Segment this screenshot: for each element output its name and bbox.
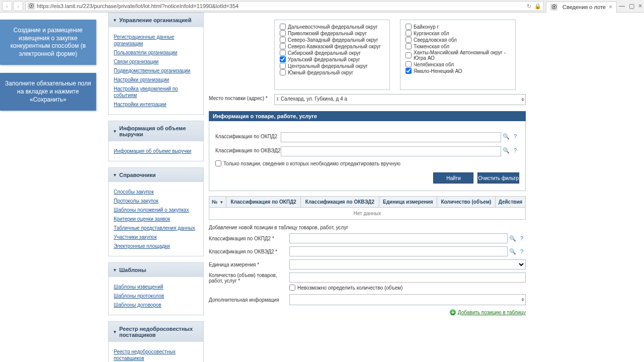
region-checkbox[interactable]: [280, 30, 286, 36]
help-icon[interactable]: ?: [511, 146, 519, 154]
sidebar-header[interactable]: Справочники: [109, 168, 203, 182]
search-icon[interactable]: 🔍: [502, 146, 510, 154]
qty-input[interactable]: [289, 273, 526, 283]
region-label: Дальневосточный федеральный округ: [288, 24, 378, 30]
plus-icon: +: [450, 309, 456, 315]
region-checkbox[interactable]: [406, 52, 412, 58]
unit-select[interactable]: [289, 259, 526, 269]
sidebar-link[interactable]: Способы закупок: [114, 189, 198, 195]
forward-button[interactable]: ›: [13, 1, 23, 11]
region-label: Северо-Кавказский федеральный округ: [288, 44, 381, 49]
reload-icon[interactable]: ↻: [527, 3, 531, 10]
sidebar-link[interactable]: Пользователи организации: [114, 49, 198, 56]
okpd2-input[interactable]: [281, 132, 501, 142]
resize-handle[interactable]: [521, 98, 524, 102]
sidebar-link[interactable]: Связи организации: [114, 58, 198, 65]
region-checkbox[interactable]: [406, 61, 412, 67]
only-edit-label: Только позиции, сведения о которых необх…: [223, 161, 400, 166]
regions-left-box: Дальневосточный федеральный округПриволж…: [274, 20, 390, 90]
table-col-header[interactable]: №▼: [209, 197, 226, 208]
add-okpd2-label: Классификация по ОКПД2 *: [209, 236, 289, 241]
region-row: Уральский федеральный округ: [280, 56, 384, 62]
help-icon[interactable]: ?: [511, 132, 519, 140]
help-icon[interactable]: ?: [518, 247, 526, 255]
okpd2-label: Классификация по ОКПД2: [215, 132, 281, 139]
region-checkbox[interactable]: [406, 43, 412, 49]
region-label: Северо-Западный федеральный округ: [288, 37, 378, 43]
okved2-row: Классификация по ОКВЭД2 🔍 ?: [215, 146, 519, 156]
sidebar-link[interactable]: Настройка уведомлений по событиям: [114, 85, 198, 99]
extra-info-input[interactable]: [289, 294, 526, 305]
search-icon[interactable]: 🔍: [502, 132, 510, 140]
sidebar-header[interactable]: Информация об объеме выручки: [109, 121, 203, 141]
goods-table: №▼Классификация по ОКПД2Классификация по…: [209, 196, 526, 220]
region-label: Южный федеральный округ: [288, 70, 353, 75]
close-button[interactable]: ×: [638, 3, 642, 10]
sidebar-link[interactable]: Настройки интеграции: [114, 101, 198, 108]
sidebar-link[interactable]: Регистрационные данные организации: [114, 34, 198, 47]
region-checkbox[interactable]: [280, 24, 286, 30]
sidebar-header[interactable]: Управление организацией: [109, 13, 203, 27]
sidebar-link[interactable]: Табличные представления данных: [114, 225, 198, 231]
table-col-header[interactable]: Классификация по ОКПД2: [226, 197, 301, 208]
table-col-header[interactable]: Классификация по ОКВЭД2: [301, 197, 379, 208]
region-checkbox[interactable]: [280, 37, 286, 43]
add-qty-row: Количество (объем) товаров, работ, услуг…: [209, 273, 526, 291]
sidebar-link[interactable]: Шаблоны договоров: [114, 302, 198, 308]
sidebar-link[interactable]: Протоколы закупок: [114, 198, 198, 204]
region-checkbox[interactable]: [406, 24, 412, 30]
sidebar-link[interactable]: Участники закупок: [114, 234, 198, 240]
region-checkbox[interactable]: [280, 50, 286, 56]
region-label: Уральский федеральный округ: [288, 57, 360, 62]
sidebar-link[interactable]: Настройки организации: [114, 76, 198, 83]
delivery-label: Место поставки (адрес) *: [209, 94, 274, 101]
sidebar-link[interactable]: Шаблоны положений о закупках: [114, 207, 198, 213]
sidebar-link[interactable]: Подведомственные организации: [114, 67, 198, 74]
okved2-input[interactable]: [281, 146, 501, 156]
region-checkbox[interactable]: [280, 69, 286, 75]
only-edit-checkbox[interactable]: [215, 160, 221, 166]
qty-impossible-checkbox[interactable]: [289, 285, 295, 291]
sidebar-header[interactable]: Шаблоны: [109, 263, 203, 277]
sidebar-sec-org: Управление организацией Регистрационные …: [108, 13, 204, 115]
table-col-header[interactable]: Количество (объем): [437, 197, 495, 208]
resize-handle[interactable]: [521, 298, 524, 302]
back-button[interactable]: ‹: [2, 1, 12, 11]
region-label: Ямало-Ненецкий АО: [414, 68, 462, 74]
search-icon[interactable]: 🔍: [509, 247, 517, 255]
help-icon[interactable]: ?: [518, 234, 526, 242]
table-col-header[interactable]: Единица измерения: [379, 197, 437, 208]
table-col-header[interactable]: Действия: [495, 197, 525, 208]
sidebar-link[interactable]: Информация об объеме выручки: [114, 148, 198, 154]
clear-filter-button[interactable]: Очистить фильтр: [477, 172, 519, 184]
region-checkbox[interactable]: [280, 43, 286, 49]
region-checkbox[interactable]: [280, 56, 286, 62]
minimize-button[interactable]: —: [619, 3, 625, 10]
sidebar-header[interactable]: Реестр недобросовестных поставщиков: [109, 322, 203, 342]
region-checkbox[interactable]: [406, 37, 412, 43]
maximize-button[interactable]: ▢: [629, 3, 634, 10]
qty-impossible-label: Невозможно определить количество (объем): [297, 285, 403, 291]
close-icon[interactable]: ×: [609, 4, 612, 11]
sidebar-link[interactable]: Реестр недобросовестных поставщиков: [114, 348, 198, 361]
sidebar-sec-templates: Шаблоны Шаблоны извещенийШаблоны протоко…: [108, 262, 204, 315]
region-checkbox[interactable]: [280, 63, 286, 69]
browser-tab[interactable]: ⦿ Сведения о лоте ×: [546, 2, 617, 13]
sidebar-link[interactable]: Электронные площадки: [114, 243, 198, 249]
add-okved2-input[interactable]: [289, 246, 508, 256]
sidebar-link[interactable]: Шаблоны извещений: [114, 284, 198, 290]
sidebar-link[interactable]: Шаблоны протоколов: [114, 293, 198, 299]
add-position-link[interactable]: + Добавить позицию в таблицу: [209, 309, 526, 315]
add-okpd2-input[interactable]: [289, 233, 508, 243]
delivery-address-input[interactable]: г. Салехард, ул. Губкина, д 4 а: [274, 94, 526, 105]
region-row: Тюменская обл: [406, 43, 510, 49]
region-checkbox[interactable]: [406, 68, 412, 74]
region-checkbox[interactable]: [406, 30, 412, 36]
search-icon[interactable]: 🔍: [509, 234, 517, 242]
url-bar[interactable]: ⦿ https://eis3.lanit.ru/223/purchase/pri…: [25, 1, 544, 11]
sidebar-link[interactable]: Критерии оценки заявок: [114, 216, 198, 222]
search-button[interactable]: Найти: [433, 172, 473, 184]
regions-right-box: Байконур гКурганская облСвердловская обл…: [400, 20, 516, 90]
sidebar-sec-blacklist: Реестр недобросовестных поставщиков Реес…: [108, 321, 204, 362]
left-column: Создание и размещение извещения о закупк…: [0, 13, 103, 362]
